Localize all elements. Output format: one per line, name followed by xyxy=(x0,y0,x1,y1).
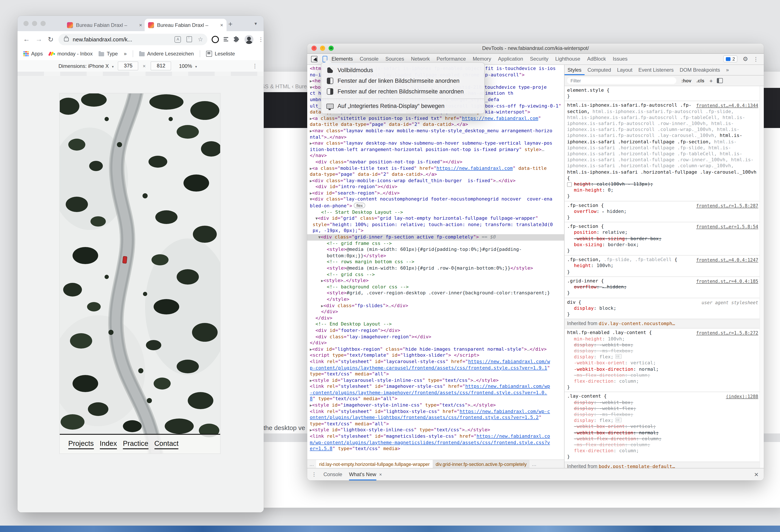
css-source-link[interactable]: (index):1288 xyxy=(726,394,758,399)
menu-item[interactable]: Fenster auf der rechten Bildschirmseite … xyxy=(321,86,484,97)
dom-tree-line[interactable]: ▶<div id="search-region">…</div> xyxy=(310,190,564,196)
dom-tree-line[interactable]: ▼<div class="lay-content nocustomphonegr… xyxy=(310,196,564,203)
devtools-titlebar[interactable]: × − ◂▸ DevTools - new.fabiandraxl.com/ki… xyxy=(307,44,764,54)
dom-tree-line[interactable]: px, -19px, 0px);"> xyxy=(310,228,564,234)
styles-tab-styles[interactable]: Styles xyxy=(565,65,584,75)
dom-tree-line[interactable]: data-title data-type="page" data-id="2" … xyxy=(310,122,564,128)
css-source-link[interactable]: frontend.st…r=4.0.4:185 xyxy=(696,278,758,284)
viewport-height-input[interactable]: 812 xyxy=(151,61,171,70)
dom-tree-line[interactable]: </div> xyxy=(310,309,564,315)
inspect-element-icon[interactable] xyxy=(311,56,318,62)
minimize-button[interactable]: − xyxy=(320,46,325,51)
css-rule[interactable]: frontend.st…r=1.5.8:272html.fp-enabled .… xyxy=(565,329,760,392)
viewport-width-input[interactable]: 375 xyxy=(118,61,139,70)
drawer-tab-close-icon[interactable]: × xyxy=(379,472,382,477)
css-source-link[interactable]: frontend.st…=4.0.4:1344 xyxy=(696,103,758,108)
dom-tree-line[interactable]: <div class="navbar position-not-top is-f… xyxy=(310,159,564,165)
breadcrumb-item[interactable]: … xyxy=(307,460,316,469)
devtools-tab-security[interactable]: Security xyxy=(527,54,551,64)
css-property[interactable]: display: block; xyxy=(567,305,758,311)
css-property[interactable]: -webkit-box-direction: normal; xyxy=(567,430,758,436)
css-property[interactable]: overflow: ▸ hidden; xyxy=(567,209,758,214)
dom-tree-line[interactable]: -content/plugins/laytheme-imagehover/fro… xyxy=(310,390,564,396)
browser-tab-2[interactable]: Bureau Fabian Draxl – × xyxy=(145,19,227,31)
dom-tree-line[interactable]: </div> xyxy=(310,340,564,346)
drawer-close-icon[interactable]: ✕ xyxy=(754,471,759,478)
dock[interactable] xyxy=(0,526,780,532)
tab-search-chevron-icon[interactable]: ▾ xyxy=(254,21,257,27)
share-icon[interactable] xyxy=(187,36,192,42)
css-property[interactable]: -webkit-box-sizing: border-box; xyxy=(567,236,758,242)
tab-close-icon[interactable]: × xyxy=(139,22,142,28)
reload-button[interactable]: ↻ xyxy=(48,35,54,43)
dom-tree-line[interactable]: <!-- End Desktop Layout --> xyxy=(310,322,564,328)
flex-editor-badge[interactable] xyxy=(615,418,622,422)
bookmark-star-icon[interactable]: ☆ xyxy=(198,37,203,42)
device-toolbar-kebab-icon[interactable]: ⋮ xyxy=(252,63,258,69)
dom-tree-line[interactable]: ▶<nav class="laynav desktop-nav show-sub… xyxy=(310,140,564,147)
css-property[interactable]: height: 100vh; xyxy=(567,263,758,269)
css-property[interactable]: min-height: 100vh; xyxy=(567,336,758,342)
css-property[interactable]: -webkit-box-direction: normal; xyxy=(567,366,758,372)
settings-gear-icon[interactable]: ⚙ xyxy=(743,56,748,62)
flex-editor-badge[interactable] xyxy=(615,354,622,359)
dom-tree-line[interactable]: ▶<style id="imagehover-style-inline-css"… xyxy=(310,402,564,408)
css-property[interactable]: display: -webkit-box; xyxy=(567,399,758,405)
css-source-link[interactable]: frontend.st…er=1.5.8:54 xyxy=(696,224,758,230)
new-tab-button[interactable]: + xyxy=(228,20,233,29)
lock-icon[interactable] xyxy=(64,37,69,41)
css-property[interactable]: display: -webkit-flex; xyxy=(567,406,758,412)
css-property[interactable]: -ms-flex-direction: column; xyxy=(567,372,758,378)
styles-scrollbar[interactable] xyxy=(760,86,764,469)
filter-input[interactable]: Filter xyxy=(567,77,676,84)
dom-tree-line[interactable]: <!-- grid css --> xyxy=(310,272,564,278)
dom-tree-line[interactable]: ▶<div class="lay-mobile-icons-wrap defau… xyxy=(310,178,564,184)
styles-tab-layout[interactable]: Layout xyxy=(614,65,635,75)
site-nav-link-projects[interactable]: Projects xyxy=(68,439,94,449)
styles-tab-event-listeners[interactable]: Event Listeners xyxy=(635,65,677,75)
toggle-hover-state-button[interactable]: :hov xyxy=(681,78,691,83)
css-rule[interactable]: frontend.st…r=1.5.8:287.fp-section {over… xyxy=(565,201,760,222)
devtools-tab-lighthouse[interactable]: Lighthouse xyxy=(552,54,583,64)
css-property[interactable]: display: -ms-flexbox; xyxy=(567,348,758,354)
tab-close-icon[interactable]: × xyxy=(220,22,223,28)
css-property[interactable]: height: calc(100vh - 113px); xyxy=(567,181,758,187)
devtools-tab-application[interactable]: Application xyxy=(495,54,526,64)
css-property[interactable]: min-height: 0; xyxy=(567,188,758,193)
css-property[interactable]: overflow: ▸ hidden; xyxy=(567,284,758,290)
dimensions-select[interactable]: Dimensions: iPhone X ▾ xyxy=(58,63,114,69)
bookmark-item-apps[interactable]: Apps xyxy=(23,51,43,57)
device-viewport[interactable]: ProjectsIndexPracticeContact xyxy=(60,93,220,453)
css-source-link[interactable]: user agent stylesheet xyxy=(701,299,758,305)
bookmark-item-leseliste[interactable]: Leseliste xyxy=(206,51,235,57)
bookmark-item-monday-inbox[interactable]: monday - Inbox xyxy=(49,51,93,57)
dom-tree-line[interactable]: 8" type="text/css" media="all"> xyxy=(310,396,564,402)
dom-tree-line[interactable]: <!-- grid frame css --> xyxy=(310,240,564,247)
zoom-button[interactable]: ◂▸ xyxy=(329,46,334,51)
dom-tree-line[interactable]: </nav> xyxy=(310,153,564,159)
drawer-tab-console[interactable]: Console xyxy=(324,469,342,480)
extension-list-icon[interactable] xyxy=(224,36,228,42)
dom-tree-line[interactable]: ▶<div id="lightbox-region" class="hide h… xyxy=(310,346,564,352)
css-rule[interactable]: frontend.st…=4.0.4:1247.fp-section, .fp-… xyxy=(565,256,760,277)
dom-tree-line[interactable]: ontent/plugins/laytheme-lightbox/fronten… xyxy=(310,415,564,421)
browser-tab-1[interactable]: Bureau Fabian Draxl – × xyxy=(63,19,146,31)
dom-tree-line[interactable]: p-content/plugins/laytheme-carousel/fron… xyxy=(310,365,564,371)
devtools-kebab-icon[interactable]: ⋮ xyxy=(753,56,759,62)
css-property[interactable]: -webkit-box-orient: vertical; xyxy=(567,424,758,430)
dom-tree-line[interactable]: bled-on-phone">flex xyxy=(310,203,564,209)
dom-tree-line[interactable]: m/wp-content/plugins/laytheme-magneticsl… xyxy=(310,440,564,446)
toggle-classes-button[interactable]: .cls xyxy=(696,78,704,83)
css-property[interactable]: display: -ms-flexbox; xyxy=(567,412,758,418)
styles-tab-dom-breakpoints[interactable]: DOM Breakpoints xyxy=(677,65,723,75)
dom-tree-line[interactable]: <link rel="stylesheet" id="lightbox-styl… xyxy=(310,408,564,415)
css-rule[interactable]: element.style {} xyxy=(565,86,760,101)
css-property[interactable]: -webkit-box-orient: vertical; xyxy=(567,360,758,366)
dom-tree-line[interactable]: ▶<a class="sitetitle position-top is-fix… xyxy=(310,115,564,122)
window-controls[interactable] xyxy=(23,21,46,26)
css-property[interactable]: flex-direction: column; xyxy=(567,378,758,384)
css-rule[interactable]: user agent stylesheetdiv {display: block… xyxy=(565,298,760,319)
menu-item[interactable]: Fenster auf der linken Bildschirmseite a… xyxy=(321,76,484,86)
new-style-rule-button[interactable]: + xyxy=(710,78,713,84)
styles-tab--[interactable]: » xyxy=(723,65,732,75)
